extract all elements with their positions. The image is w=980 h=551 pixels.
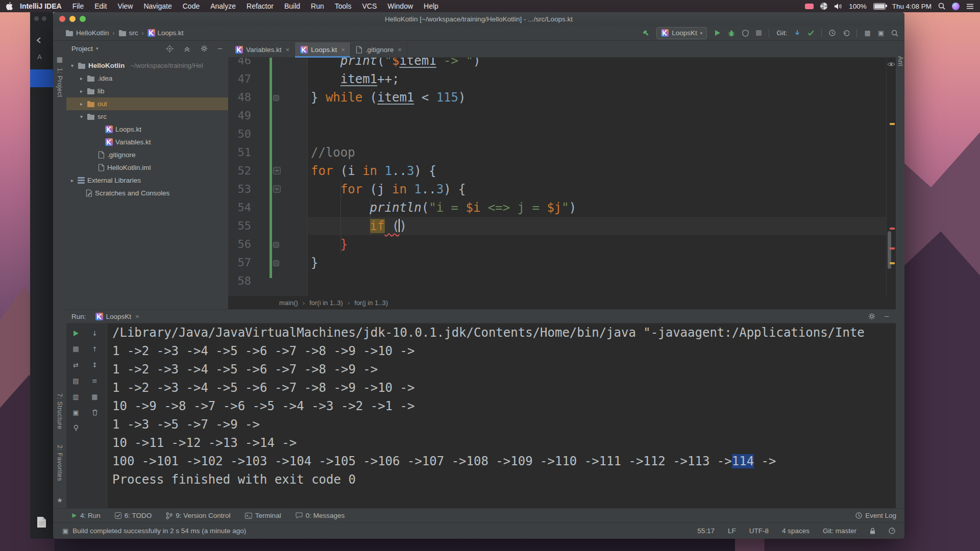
error-stripe-mark[interactable] xyxy=(890,123,895,125)
console-line[interactable]: 100 ->101 ->102 ->103 ->104 ->105 ->106 … xyxy=(112,452,896,470)
project-tree-item[interactable]: ▸lib xyxy=(66,85,228,97)
code-line[interactable]: 50 xyxy=(228,125,887,143)
active-app-name[interactable]: IntelliJ IDEA xyxy=(20,2,62,10)
close-tab-icon[interactable]: × xyxy=(135,313,139,320)
background-selected-item[interactable] xyxy=(30,69,53,87)
project-panel-header[interactable]: Project ▾ ─ xyxy=(66,41,228,56)
run-config-combo[interactable]: LoopsKt▾ xyxy=(656,27,707,39)
close-tab-icon[interactable]: × xyxy=(286,46,290,54)
snapshot-icon[interactable]: ▣ xyxy=(71,408,81,417)
fold-collapse-icon[interactable]: − xyxy=(273,185,281,193)
memory-indicator-icon[interactable] xyxy=(889,528,895,534)
rerun-button[interactable] xyxy=(71,329,81,338)
console-line[interactable]: Process finished with exit code 0 xyxy=(112,470,896,489)
project-tree-item[interactable]: Variables.kt xyxy=(66,136,228,148)
line-separator[interactable]: LF xyxy=(728,527,736,535)
minimize-window-button[interactable] xyxy=(69,16,76,22)
close-tab-icon[interactable]: × xyxy=(341,46,345,54)
project-tree-item[interactable]: ▸External Libraries xyxy=(66,174,228,187)
lock-icon[interactable] xyxy=(870,528,875,534)
code-line[interactable]: 49 xyxy=(228,107,887,125)
menu-window[interactable]: Window xyxy=(387,2,413,10)
menu-vcs[interactable]: VCS xyxy=(362,2,377,10)
hide-panel-icon[interactable]: ─ xyxy=(885,313,889,320)
editor-tab[interactable]: Loops.kt× xyxy=(295,42,351,57)
code-line[interactable]: 57} xyxy=(228,254,887,272)
menu-view[interactable]: View xyxy=(117,2,133,10)
error-stripe[interactable] xyxy=(886,58,896,296)
chevron-down-icon[interactable]: ▾ xyxy=(79,114,84,119)
breadcrumb-item[interactable]: Loops.kt xyxy=(148,29,184,37)
search-everywhere-button[interactable] xyxy=(891,30,898,37)
scroll-down-icon[interactable]: ↓ xyxy=(90,329,100,338)
fold-end-icon[interactable] xyxy=(273,260,279,266)
history-button[interactable] xyxy=(829,30,836,36)
code-line[interactable]: 52−for (i in 1..3) { xyxy=(228,162,887,180)
menubar-clock[interactable]: Thu 4:08 PM xyxy=(892,3,932,10)
toolwindow-messages[interactable]: 0: Messages xyxy=(296,512,345,519)
chevron-right-icon[interactable]: ▸ xyxy=(79,88,84,94)
code-line[interactable]: 56 } xyxy=(228,235,887,254)
diff-view-button[interactable]: ▦ xyxy=(864,30,870,36)
coverage-button[interactable] xyxy=(742,30,749,37)
console-line[interactable]: 1 ->3 ->5 ->7 ->9 -> xyxy=(112,415,896,434)
console-line[interactable]: /Library/Java/JavaVirtualMachines/jdk-10… xyxy=(112,323,896,342)
scroll-to-end-icon[interactable]: ↕ xyxy=(90,360,100,369)
chevron-right-icon[interactable]: ▸ xyxy=(79,101,84,107)
window-titlebar[interactable]: HelloKotlin [~/workspace/training/HelloK… xyxy=(53,12,904,26)
build-hammer-icon[interactable] xyxy=(642,30,649,37)
menu-refactor[interactable]: Refactor xyxy=(247,2,274,10)
settings-gear-icon[interactable] xyxy=(868,313,875,320)
notification-center-icon[interactable] xyxy=(966,4,974,9)
menu-tools[interactable]: Tools xyxy=(335,2,352,10)
scroll-up-icon[interactable]: ↑ xyxy=(90,344,100,354)
run-tab-loopskt[interactable]: LoopsKt× xyxy=(91,313,143,320)
apple-menu-icon[interactable] xyxy=(6,2,13,10)
editor-breadcrumb-item[interactable]: for(i in 1..3) xyxy=(309,299,343,307)
project-tree-item[interactable]: .gitignore xyxy=(66,148,228,161)
spotlight-icon[interactable] xyxy=(938,3,945,10)
editor-tab[interactable]: Variables.kt× xyxy=(230,42,295,57)
menu-file[interactable]: File xyxy=(72,2,84,10)
collapse-all-icon[interactable] xyxy=(184,45,190,52)
debug-button[interactable] xyxy=(728,30,735,37)
breadcrumb-item[interactable]: HelloKotlin xyxy=(65,29,109,37)
favorites-star-icon[interactable]: ★ xyxy=(57,496,63,504)
project-tree-item[interactable]: ▾HelloKotlin~/workspace/training/Hel xyxy=(66,59,228,72)
menu-run[interactable]: Run xyxy=(311,2,324,10)
status-message-icon[interactable]: ▣ xyxy=(62,528,68,534)
error-stripe-mark[interactable] xyxy=(890,262,895,264)
indent-style[interactable]: 4 spaces xyxy=(782,527,810,535)
breadcrumb-item[interactable]: src xyxy=(118,29,138,37)
menu-navigate[interactable]: Navigate xyxy=(143,2,172,10)
background-window[interactable]: A xyxy=(30,12,53,539)
vcs-commit-button[interactable] xyxy=(807,30,814,36)
chevron-right-icon[interactable]: ▸ xyxy=(69,178,75,183)
restore-layout-icon[interactable]: ⇄ xyxy=(71,360,81,369)
menu-help[interactable]: Help xyxy=(424,2,438,10)
project-tree-item[interactable]: ▾src xyxy=(66,110,228,123)
battery-icon[interactable] xyxy=(873,3,886,10)
pin-icon[interactable] xyxy=(71,423,81,433)
revert-button[interactable] xyxy=(843,30,849,36)
close-tab-icon[interactable]: × xyxy=(398,46,402,54)
stop-button[interactable] xyxy=(71,344,81,354)
git-branch[interactable]: Git: master xyxy=(823,527,856,535)
layout-icon[interactable]: ▤ xyxy=(71,376,81,385)
console-line[interactable]: 10 ->9 ->8 ->7 ->6 ->5 ->4 ->3 ->2 ->1 -… xyxy=(112,397,896,415)
desktop-file-icon[interactable] xyxy=(37,516,46,528)
fold-end-icon[interactable] xyxy=(273,95,279,101)
editor-breadcrumb-item[interactable]: main() xyxy=(279,299,298,307)
menu-build[interactable]: Build xyxy=(284,2,300,10)
editor-body[interactable]: 46 print("$item1 -> ")47 item1++;48} whi… xyxy=(228,58,896,296)
code-line[interactable]: 53− for (j in 1..3) { xyxy=(228,180,887,198)
toolwindow-run[interactable]: 4: Run xyxy=(71,512,101,519)
project-tree-item[interactable]: HelloKotlin.iml xyxy=(66,161,228,174)
soft-wrap-icon[interactable]: ≡ xyxy=(90,376,100,385)
toolwindow-button-favorites[interactable]: 2: Favorites xyxy=(56,445,63,481)
toolwindow-terminal[interactable]: Terminal xyxy=(245,512,281,519)
caret-position[interactable]: 55:17 xyxy=(697,527,715,535)
console-line[interactable]: 10 ->11 ->12 ->13 ->14 -> xyxy=(112,434,896,452)
hide-panel-icon[interactable]: ─ xyxy=(218,45,222,52)
toolwindow-todo[interactable]: 6: TODO xyxy=(115,512,152,519)
